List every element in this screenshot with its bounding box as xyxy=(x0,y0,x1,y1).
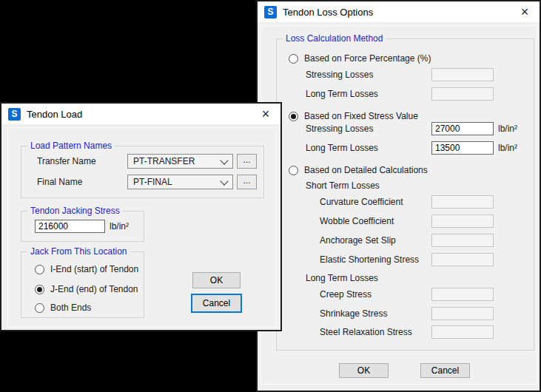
radio-detailed-calculations[interactable]: Based on Detailed Calculations xyxy=(289,163,428,177)
anchorage-set-slip-input xyxy=(431,234,494,247)
group-legend: Load Pattern Names xyxy=(27,141,115,151)
radio-icon xyxy=(35,303,44,313)
fs-long-term-unit: lb/in² xyxy=(498,143,517,153)
fs-stressing-losses-input[interactable] xyxy=(431,122,494,135)
fs-stressing-unit: lb/in² xyxy=(498,124,517,134)
tendon-loss-titlebar[interactable]: S Tendon Loss Options × xyxy=(258,1,540,22)
wobble-coefficient-row: Wobble Coefficient xyxy=(320,214,494,228)
radio-fixed-stress[interactable]: Based on Fixed Stress Value xyxy=(289,109,418,123)
dialog-title: Tendon Loss Options xyxy=(283,7,373,18)
app-logo-icon: S xyxy=(264,6,277,18)
ok-button[interactable]: OK xyxy=(192,272,241,288)
close-icon[interactable]: × xyxy=(258,106,274,122)
shrinkage-stress-row: Shrinkage Stress xyxy=(320,307,494,320)
radio-icon xyxy=(35,285,44,294)
tendon-load-titlebar[interactable]: S Tendon Load × xyxy=(1,104,280,124)
loss-calculation-method-group: Loss Calculation Method xyxy=(276,38,534,351)
creep-stress-row: Creep Stress xyxy=(320,288,494,301)
jacking-stress-row: lb/in² xyxy=(35,220,129,233)
fp-stressing-losses-row: Stressing Losses xyxy=(306,68,494,81)
radio-icon xyxy=(289,112,298,121)
curvature-coefficient-input xyxy=(431,195,494,209)
steel-relaxation-stress-row: Steel Relaxation Stress xyxy=(320,325,494,339)
jacking-stress-unit: lb/in² xyxy=(110,221,129,232)
fs-stressing-losses-row: Stressing Losses lb/in² xyxy=(306,122,517,135)
fp-long-term-losses-row: Long Term Losses xyxy=(306,87,494,101)
cancel-button[interactable]: Cancel xyxy=(420,363,470,378)
transfer-name-combobox[interactable]: PT-TRANSFER xyxy=(127,154,233,169)
ok-button[interactable]: OK xyxy=(339,363,389,378)
final-name-label-row: Final Name xyxy=(37,175,82,189)
long-term-losses-header: Long Term Losses xyxy=(306,273,378,283)
transfer-name-label-row: Transfer Name xyxy=(37,155,96,168)
dialog-title: Tendon Load xyxy=(27,109,82,120)
fs-long-term-losses-row: Long Term Losses lb/in² xyxy=(306,141,517,155)
radio-both-ends[interactable]: Both Ends xyxy=(35,301,91,314)
radio-icon xyxy=(35,265,44,274)
tendon-loss-options-dialog: S Tendon Loss Options × Loss Calculation… xyxy=(256,0,541,392)
chevron-down-icon xyxy=(220,177,228,185)
radio-force-percentage[interactable]: Based on Force Percentage (%) xyxy=(289,52,431,65)
radio-j-end[interactable]: J-End (end) of Tendon xyxy=(35,283,138,296)
fp-long-term-losses-input xyxy=(431,87,494,101)
radio-i-end[interactable]: I-End (start) of Tendon xyxy=(35,263,138,276)
wobble-coefficient-input xyxy=(431,214,494,228)
transfer-browse-button[interactable]: ... xyxy=(237,154,257,169)
short-term-losses-header: Short Term Losses xyxy=(306,180,380,191)
creep-stress-input xyxy=(431,288,494,301)
fs-long-term-losses-input[interactable] xyxy=(431,141,494,155)
group-legend: Loss Calculation Method xyxy=(283,33,386,44)
elastic-shortening-stress-input xyxy=(431,253,494,266)
final-browse-button[interactable]: ... xyxy=(237,175,257,189)
close-icon[interactable]: × xyxy=(517,4,533,20)
jacking-stress-input[interactable] xyxy=(35,220,105,233)
shrinkage-stress-input xyxy=(431,307,494,320)
steel-relaxation-stress-input xyxy=(431,325,494,339)
curvature-coefficient-row: Curvature Coefficient xyxy=(320,195,494,209)
final-name-combobox[interactable]: PT-FINAL xyxy=(127,175,233,189)
elastic-shortening-stress-row: Elastic Shortening Stress xyxy=(320,253,494,266)
app-logo-icon: S xyxy=(8,108,21,121)
radio-icon xyxy=(289,166,298,175)
group-legend: Tendon Jacking Stress xyxy=(27,206,123,216)
chevron-down-icon xyxy=(220,156,228,164)
radio-icon xyxy=(289,54,298,64)
tendon-load-dialog: S Tendon Load × Load Pattern Names Trans… xyxy=(0,102,282,331)
cancel-button[interactable]: Cancel xyxy=(191,294,242,313)
anchorage-set-slip-row: Anchorage Set Slip xyxy=(320,234,494,247)
group-legend: Jack From This Location xyxy=(27,246,130,257)
fp-stressing-losses-input xyxy=(431,68,494,81)
